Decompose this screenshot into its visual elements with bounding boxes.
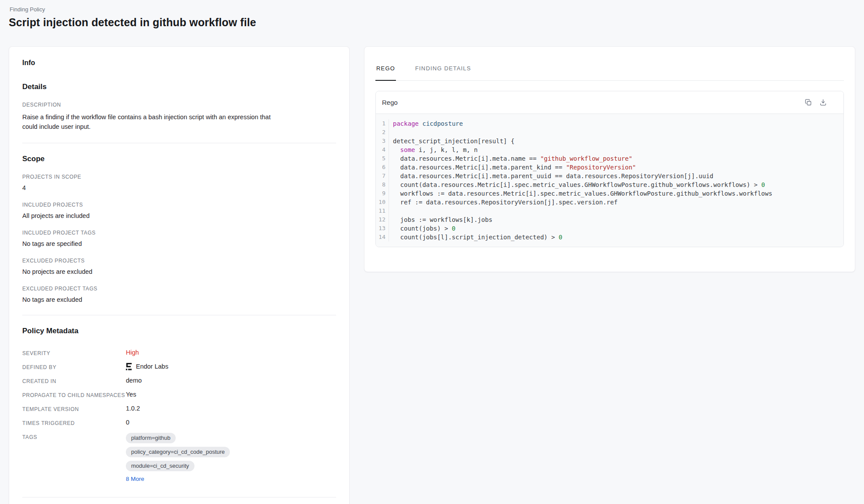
code-text: count(jobs[l].script_injection_detected)… xyxy=(389,233,562,242)
field-label: PROPAGATE TO CHILD NAMESPACES xyxy=(22,391,126,399)
code-text: count(data.resources.Metric[i].spec.metr… xyxy=(389,180,765,189)
code-text: detect_script_injection[result] { xyxy=(389,137,514,145)
field-value: All projects are included xyxy=(22,212,336,220)
code-text: package cicdposture xyxy=(389,119,463,128)
code-line: 3detect_script_injection[result] { xyxy=(376,137,843,145)
tags-value: platform=githubpolicy_category=ci_cd_cod… xyxy=(126,433,336,483)
description-field: DESCRIPTION Raise a finding if the workf… xyxy=(22,102,336,131)
code-line: 5 data.resources.Metric[i].meta.name == … xyxy=(376,154,843,163)
metadata-row: CREATED INdemo xyxy=(22,374,336,388)
field-value: 4 xyxy=(22,184,336,192)
divider xyxy=(22,143,336,143)
code-line: 6 data.resources.Metric[i].meta.parent_k… xyxy=(376,163,843,172)
field-label: EXCLUDED PROJECTS xyxy=(22,258,336,264)
scope-field: EXCLUDED PROJECTSNo projects are exclude… xyxy=(22,258,336,276)
divider xyxy=(22,315,336,315)
code-text: count(jobs) > 0 xyxy=(389,224,455,233)
line-number: 14 xyxy=(376,233,389,242)
endor-labs-logo-icon xyxy=(126,363,132,370)
scope-field: EXCLUDED PROJECT TAGSNo tags are exclude… xyxy=(22,286,336,304)
field-value: 0 xyxy=(126,419,336,426)
page-header: Finding Policy Script injection detected… xyxy=(9,6,855,29)
code-line: 1package cicdposture xyxy=(376,119,843,128)
field-label: INCLUDED PROJECT TAGS xyxy=(22,230,336,236)
field-label: INCLUDED PROJECTS xyxy=(22,202,336,208)
download-icon[interactable] xyxy=(819,99,827,106)
code-text: workflows := data.resources.Metric[i].sp… xyxy=(389,189,772,198)
code-text: data.resources.Metric[i].meta.parent_kin… xyxy=(389,163,636,172)
field-label: SEVERITY xyxy=(22,349,126,357)
code-line: 9 workflows := data.resources.Metric[i].… xyxy=(376,189,843,198)
scope-heading: Scope xyxy=(22,155,336,163)
line-number: 6 xyxy=(376,163,389,172)
field-label: CREATED IN xyxy=(22,377,126,385)
line-number: 1 xyxy=(376,119,389,128)
rego-card-actions xyxy=(805,99,836,106)
field-label: TIMES TRIGGERED xyxy=(22,419,126,427)
defined-by-value: Endor Labs xyxy=(126,363,336,370)
rego-card-title: Rego xyxy=(382,99,398,106)
line-number: 4 xyxy=(376,145,389,154)
field-value: No tags are excluded xyxy=(22,296,336,304)
more-tags-link[interactable]: 8 More xyxy=(126,476,144,482)
line-number: 10 xyxy=(376,198,389,207)
copy-icon[interactable] xyxy=(805,99,812,106)
metadata-row: TEMPLATE VERSION1.0.2 xyxy=(22,402,336,416)
scope-fields: PROJECTS IN SCOPE4INCLUDED PROJECTSAll p… xyxy=(22,174,336,304)
line-number: 7 xyxy=(376,172,389,180)
metadata-row: SEVERITYHigh xyxy=(22,346,336,360)
metadata-row: PROPAGATE TO CHILD NAMESPACESYes xyxy=(22,388,336,402)
rego-card-header: Rego xyxy=(376,91,843,114)
scope-field: PROJECTS IN SCOPE4 xyxy=(22,174,336,192)
code-line: 7 data.resources.Metric[i].meta.parent_u… xyxy=(376,172,843,180)
code-line: 2 xyxy=(376,128,843,137)
code-text: some i, j, k, l, m, n xyxy=(389,145,478,154)
line-number: 5 xyxy=(376,154,389,163)
code-line: 10 ref := data.resources.RepositoryVersi… xyxy=(376,198,843,207)
breadcrumb: Finding Policy xyxy=(10,6,855,13)
tab-rego[interactable]: REGO xyxy=(375,65,396,81)
main-layout: Info Details DESCRIPTION Raise a finding… xyxy=(9,46,855,504)
rego-card: Rego 1package cicdposture2 3detect xyxy=(375,91,844,247)
tag-chip: policy_category=ci_cd_code_posture xyxy=(126,447,230,457)
severity-value: High xyxy=(126,349,336,356)
tag-chips: platform=githubpolicy_category=ci_cd_cod… xyxy=(126,433,270,471)
tag-chip: platform=github xyxy=(126,433,176,443)
code-text: data.resources.Metric[i].meta.name == "g… xyxy=(389,154,632,163)
metadata-row: TIMES TRIGGERED0 xyxy=(22,416,336,430)
code-text xyxy=(389,128,396,137)
line-number: 3 xyxy=(376,137,389,145)
tab-bar: REGO FINDING DETAILS xyxy=(375,65,844,81)
line-number: 13 xyxy=(376,224,389,233)
divider xyxy=(22,497,336,497)
field-label: TEMPLATE VERSION xyxy=(22,405,126,413)
page-title: Script injection detected in github work… xyxy=(9,16,855,29)
code-line: 14 count(jobs[l].script_injection_detect… xyxy=(376,233,843,242)
tags-row: TAGS platform=githubpolicy_category=ci_c… xyxy=(22,430,336,486)
policy-metadata-heading: Policy Metadata xyxy=(22,327,336,335)
code-line: 4 some i, j, k, l, m, n xyxy=(376,145,843,154)
line-number: 12 xyxy=(376,215,389,224)
rego-code-block[interactable]: 1package cicdposture2 3detect_script_inj… xyxy=(376,114,843,247)
tab-finding-details[interactable]: FINDING DETAILS xyxy=(414,65,472,81)
field-value: No tags are specified xyxy=(22,240,336,248)
field-label: EXCLUDED PROJECT TAGS xyxy=(22,286,336,292)
field-value: Yes xyxy=(126,391,336,398)
policy-metadata-rows: SEVERITYHighDEFINED BYEndor LabsCREATED … xyxy=(22,346,336,430)
page: Finding Policy Script injection detected… xyxy=(0,0,864,504)
line-number: 8 xyxy=(376,180,389,189)
field-value: demo xyxy=(126,377,336,384)
code-text: jobs := workflows[k].jobs xyxy=(389,215,493,224)
defined-by-label: Endor Labs xyxy=(136,363,168,370)
metadata-row: DEFINED BYEndor Labs xyxy=(22,360,336,374)
field-value: Raise a finding if the workflow file con… xyxy=(22,112,278,131)
field-value: No projects are excluded xyxy=(22,268,336,276)
field-label: PROJECTS IN SCOPE xyxy=(22,174,336,180)
code-text: ref := data.resources.RepositoryVersion[… xyxy=(389,198,618,207)
line-number: 11 xyxy=(376,207,389,215)
info-heading: Info xyxy=(22,59,336,67)
code-text xyxy=(389,207,396,215)
line-number: 2 xyxy=(376,128,389,137)
info-card: Info Details DESCRIPTION Raise a finding… xyxy=(9,46,350,504)
code-line: 12 jobs := workflows[k].jobs xyxy=(376,215,843,224)
